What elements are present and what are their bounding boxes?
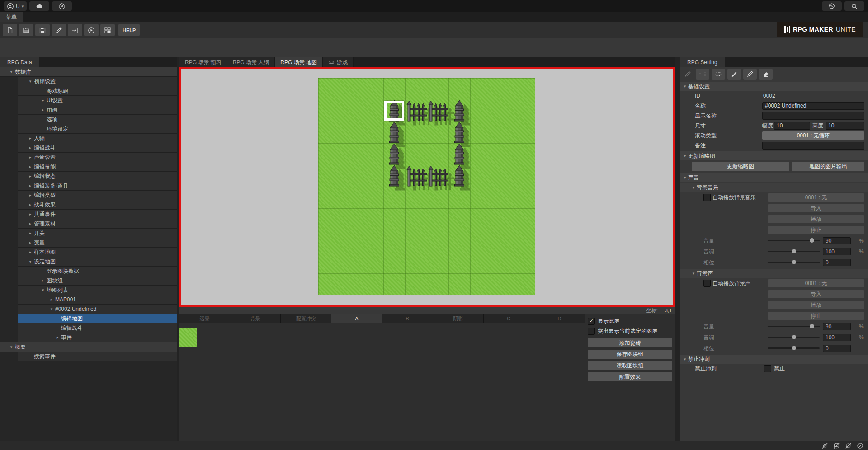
bgs-import-button[interactable]: 导入: [768, 290, 864, 298]
bgm-volume-value[interactable]: 90: [823, 237, 851, 244]
pencil-tool-button[interactable]: [682, 69, 693, 79]
bgm-import-button[interactable]: 导入: [768, 204, 864, 212]
bgs-header[interactable]: ▾背景声: [680, 269, 868, 278]
collapse-arrow-icon[interactable]: ▾: [682, 175, 688, 180]
tree-item[interactable]: ▾初期设置: [18, 77, 177, 86]
account-button[interactable]: U ▾: [4, 1, 27, 11]
expand-arrow-icon[interactable]: ▸: [27, 250, 34, 254]
thumbnail-header[interactable]: ▾ 更新缩略图: [680, 151, 868, 160]
bgs-autoplay-checkbox[interactable]: [703, 280, 711, 287]
cloud-button[interactable]: [29, 1, 49, 11]
collapse-arrow-icon[interactable]: ▾: [8, 70, 15, 74]
layer-tab-A[interactable]: A: [331, 314, 382, 323]
highlight-layer-row[interactable]: 突出显示当前选定的图层: [585, 326, 675, 336]
collapse-arrow-icon[interactable]: ▾: [682, 154, 688, 158]
layer-tab-D[interactable]: D: [534, 314, 585, 323]
bgs-pitch-slider[interactable]: [768, 337, 820, 338]
expand-arrow-icon[interactable]: ▸: [39, 108, 47, 112]
wall-tile-tower[interactable]: [448, 143, 470, 165]
layer-tab-阴影[interactable]: 阴影: [433, 314, 484, 323]
layer-tab-配置冲突[interactable]: 配置冲突: [281, 314, 331, 323]
collapse-arrow-icon[interactable]: ▾: [8, 345, 15, 349]
tab-RPG 场景 大纲[interactable]: RPG 场景 大纲: [227, 57, 275, 67]
wall-tile-fence[interactable]: [427, 100, 448, 122]
expand-arrow-icon[interactable]: ▸: [27, 231, 34, 235]
tree-item[interactable]: ▸编辑技能: [18, 162, 177, 172]
tree-item[interactable]: ▸人物: [18, 134, 177, 143]
wall-tile-tower[interactable]: [383, 122, 405, 143]
collapse-arrow-icon[interactable]: ▾: [690, 185, 697, 190]
expand-arrow-icon[interactable]: ▸: [27, 174, 34, 178]
load-tileset-button[interactable]: 读取图块组: [588, 361, 672, 370]
tab-rpg-setting[interactable]: RPG Setting: [680, 57, 725, 67]
layer-tab-B[interactable]: B: [382, 314, 433, 323]
bgs-select[interactable]: 0001 : 无: [768, 279, 864, 287]
dash-forbid-checkbox[interactable]: [764, 365, 771, 372]
export-map-image-button[interactable]: 地图的图片输出: [792, 162, 864, 171]
collapse-arrow-icon[interactable]: ▾: [39, 288, 47, 292]
expand-arrow-icon[interactable]: ▸: [39, 278, 47, 283]
bgm-pan-value[interactable]: 0: [823, 259, 851, 266]
tree-item[interactable]: 游戏标题: [18, 86, 177, 96]
wall-tile-tower[interactable]: [448, 100, 470, 122]
new-file-button[interactable]: [3, 24, 17, 36]
bgm-pitch-slider[interactable]: [768, 251, 820, 252]
map-editor-viewport[interactable]: [179, 67, 675, 307]
eraser-tool-button[interactable]: [759, 69, 773, 80]
show-layer-row[interactable]: ✓ 显示此层: [585, 316, 675, 326]
display-name-field[interactable]: [762, 112, 864, 120]
collapse-arrow-icon[interactable]: ▾: [48, 307, 55, 311]
tab-游戏[interactable]: 游戏: [323, 57, 354, 67]
wall-tile-tower[interactable]: [383, 143, 405, 165]
tree-item[interactable]: 选项: [18, 115, 177, 124]
expand-arrow-icon[interactable]: ▸: [27, 212, 34, 216]
tree-item[interactable]: ▸用语: [18, 105, 177, 115]
collapse-arrow-icon[interactable]: ▾: [682, 357, 688, 361]
wall-tile-tower[interactable]: [448, 165, 470, 187]
tree-item[interactable]: ▸事件: [18, 333, 177, 342]
tree-item[interactable]: ▾#0002 Undefined: [18, 305, 177, 314]
collapse-arrow-icon[interactable]: ▾: [27, 79, 34, 84]
wall-tile-tower[interactable]: [448, 122, 470, 143]
slider-knob[interactable]: [792, 249, 796, 253]
sound-header[interactable]: ▾ 声音: [680, 173, 868, 182]
bgm-volume-slider[interactable]: [768, 240, 820, 241]
name-field[interactable]: #0002 Undefined: [762, 102, 864, 110]
update-thumbnail-button[interactable]: 更新缩略图: [692, 162, 789, 171]
expand-arrow-icon[interactable]: ▸: [27, 155, 34, 159]
wall-tile-fence[interactable]: [405, 165, 427, 187]
tree-item[interactable]: ▸MAP001: [18, 295, 177, 305]
tree-item[interactable]: ▸UI设置: [18, 96, 177, 105]
tree-item[interactable]: ▸编辑状态: [18, 172, 177, 181]
collapse-arrow-icon[interactable]: ▾: [27, 259, 34, 264]
tile-palette[interactable]: [179, 323, 585, 441]
bgm-header[interactable]: ▾背景音乐: [680, 183, 868, 192]
bgs-pan-value[interactable]: 0: [823, 345, 851, 352]
tree-item[interactable]: ▸编辑类型: [18, 191, 177, 200]
tree-item[interactable]: ▸样本地图: [18, 248, 177, 257]
tile-manager-button[interactable]: [100, 24, 115, 36]
expand-arrow-icon[interactable]: ▸: [48, 297, 55, 302]
tree-item[interactable]: ▾地图列表: [18, 286, 177, 295]
tree-item[interactable]: ▸共通事件: [18, 210, 177, 219]
slider-knob[interactable]: [810, 238, 814, 243]
tree-item[interactable]: 编辑战斗: [18, 323, 177, 333]
expand-arrow-icon[interactable]: ▸: [27, 164, 34, 169]
bgs-play-button[interactable]: 播放: [768, 301, 864, 309]
bgm-autoplay-checkbox[interactable]: [703, 194, 711, 201]
expand-arrow-icon[interactable]: ▸: [27, 183, 34, 188]
expand-arrow-icon[interactable]: ▸: [27, 240, 34, 245]
bgm-pan-slider[interactable]: [768, 262, 820, 263]
tree-item[interactable]: ▸变量: [18, 238, 177, 248]
tab-menu[interactable]: 菜单: [0, 12, 23, 22]
import-button[interactable]: [68, 24, 82, 36]
tree-item[interactable]: 编辑地图: [18, 314, 177, 323]
expand-arrow-icon[interactable]: ▸: [27, 145, 34, 150]
scroll-type-select[interactable]: 0001 : 无循环: [762, 131, 864, 140]
bgs-pan-slider[interactable]: [768, 347, 820, 349]
tree-item[interactable]: 搜索事件: [18, 352, 177, 361]
open-folder-button[interactable]: [19, 24, 33, 36]
layer-tab-C[interactable]: C: [484, 314, 534, 323]
tree-item[interactable]: ▸声音设置: [18, 153, 177, 162]
tree-item[interactable]: ▾数据库: [0, 67, 177, 77]
